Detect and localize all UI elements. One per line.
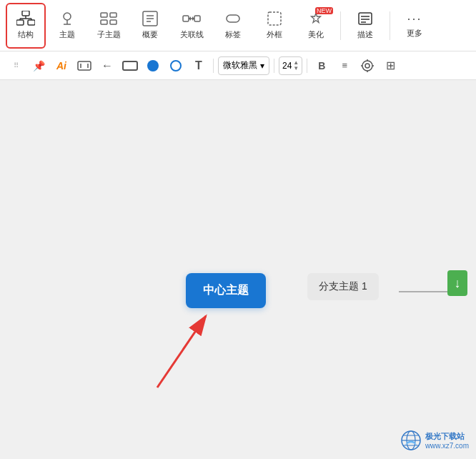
- svg-rect-11: [110, 13, 116, 17]
- tool-outline-label: 概要: [142, 29, 158, 40]
- font-family-label: 微软雅黑: [223, 59, 257, 71]
- branch-node-text: 分支主题 1: [319, 280, 367, 292]
- center-node[interactable]: 中心主题: [186, 273, 266, 308]
- svg-rect-12: [101, 20, 107, 24]
- toolbar-divider-2: [390, 11, 390, 40]
- rect-shape-icon[interactable]: [120, 56, 140, 76]
- format-divider-2: [274, 59, 274, 73]
- input-mode-icon[interactable]: [74, 56, 94, 76]
- text-style-icon[interactable]: T: [189, 56, 209, 76]
- tool-relation[interactable]: 关联线: [172, 3, 212, 49]
- tool-subtheme[interactable]: 子主题: [89, 3, 129, 49]
- tool-beautify-label: 美化: [308, 29, 324, 40]
- subtheme-icon: [99, 11, 118, 26]
- new-badge: NEW: [315, 7, 333, 14]
- drag-handle-icon: ⠿: [6, 56, 26, 76]
- tool-relation-label: 关联线: [180, 29, 204, 40]
- structure-icon: [16, 11, 35, 26]
- pin-icon[interactable]: 📌: [29, 56, 49, 76]
- circle-outline-icon[interactable]: [166, 56, 186, 76]
- svg-rect-18: [183, 16, 189, 21]
- target-icon[interactable]: [357, 56, 377, 76]
- circle-filled-icon[interactable]: [143, 56, 163, 76]
- tool-describe-label: 描述: [357, 29, 373, 40]
- expand-arrow-icon: ↓: [455, 276, 461, 291]
- tool-subtheme-label: 子主题: [97, 29, 121, 40]
- svg-point-7: [64, 13, 71, 20]
- tool-frame-label: 外框: [267, 29, 282, 40]
- connector-svg: [0, 80, 476, 459]
- watermark-globe-icon: [400, 429, 422, 452]
- svg-rect-2: [28, 20, 35, 25]
- svg-point-33: [365, 64, 370, 68]
- svg-rect-24: [268, 12, 281, 25]
- more-format-icon[interactable]: ⊞: [380, 56, 400, 76]
- watermark-logo: 极光下载站 www.xz7.com: [400, 429, 469, 452]
- font-size-control[interactable]: 24 ▲ ▼: [279, 56, 302, 75]
- font-size-value: 24: [282, 61, 292, 71]
- svg-line-41: [157, 316, 206, 388]
- tool-more-label: 更多: [407, 28, 422, 39]
- tool-beautify[interactable]: NEW 美化: [296, 3, 336, 49]
- tag-icon: [225, 11, 241, 26]
- back-arrow-icon[interactable]: ←: [97, 56, 117, 76]
- font-family-selector[interactable]: 微软雅黑 ▾: [218, 56, 269, 75]
- ai-button[interactable]: Ai: [51, 56, 71, 76]
- svg-rect-13: [110, 20, 116, 24]
- tool-theme-label: 主题: [59, 29, 75, 40]
- describe-icon: [357, 11, 373, 26]
- red-arrow-svg: [0, 80, 476, 459]
- tool-frame[interactable]: 外框: [254, 3, 294, 49]
- tool-structure[interactable]: 结构: [6, 3, 46, 49]
- format-divider-1: [213, 59, 214, 73]
- center-node-text: 中心主题: [203, 284, 249, 296]
- outline-icon: [142, 11, 158, 26]
- bold-button[interactable]: B: [312, 56, 332, 76]
- svg-point-32: [362, 61, 372, 71]
- tool-more[interactable]: ··· 更多: [395, 3, 435, 49]
- watermark-site-name: 极光下载站: [425, 431, 469, 442]
- branch-node[interactable]: 分支主题 1: [307, 273, 379, 300]
- align-button[interactable]: ≡: [334, 56, 354, 76]
- format-divider-3: [307, 59, 307, 73]
- tool-theme[interactable]: 主题: [47, 3, 87, 49]
- watermark: 极光下载站 www.xz7.com: [400, 429, 469, 452]
- font-size-stepper[interactable]: ▲ ▼: [293, 60, 299, 71]
- frame-icon: [267, 11, 282, 26]
- font-size-down[interactable]: ▼: [293, 66, 299, 71]
- svg-rect-1: [16, 20, 24, 25]
- svg-rect-10: [101, 13, 107, 17]
- svg-rect-29: [78, 61, 91, 70]
- tool-outline[interactable]: 概要: [130, 3, 170, 49]
- toolbar-top: 结构 主题 子: [0, 0, 476, 51]
- relation-icon: [182, 11, 201, 26]
- svg-rect-19: [194, 16, 200, 21]
- branch-expand-arrow[interactable]: ↓: [447, 270, 467, 296]
- toolbar-format: ⠿ 📌 Ai ← T 微软雅黑 ▾ 24 ▲ ▼: [0, 51, 476, 80]
- watermark-url: www.xz7.com: [425, 442, 469, 450]
- svg-rect-23: [227, 15, 239, 22]
- font-family-chevron: ▾: [260, 61, 264, 71]
- theme-icon: [58, 11, 76, 26]
- toolbar-divider: [340, 11, 341, 40]
- tool-describe[interactable]: 描述: [345, 3, 385, 49]
- tool-tag-label: 标签: [225, 29, 241, 40]
- more-icon: ···: [407, 12, 422, 25]
- tool-structure-label: 结构: [18, 29, 34, 40]
- svg-rect-0: [22, 11, 29, 16]
- tool-tag[interactable]: 标签: [213, 3, 253, 49]
- canvas-area[interactable]: 中心主题 分支主题 1 ↓ 极光下载站 www.xz7.com: [0, 80, 476, 459]
